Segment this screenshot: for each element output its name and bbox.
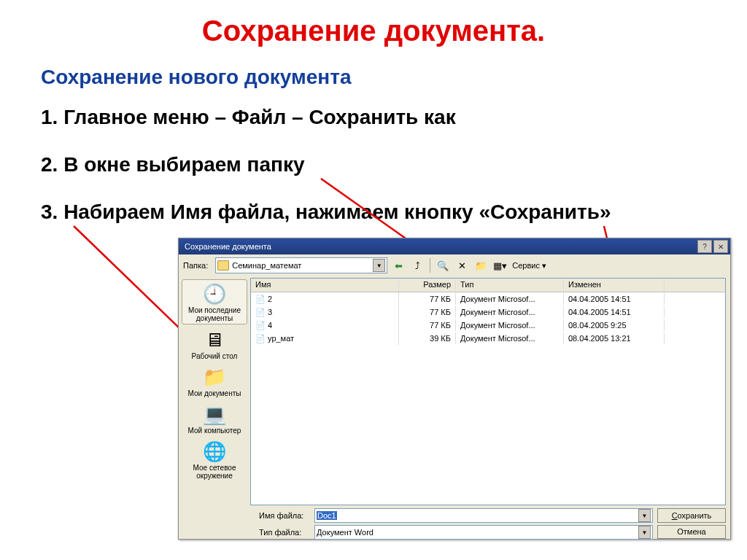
step-3: 3. Набираем Имя файла, нажимаем кнопку «… [41,201,611,224]
word-doc-icon: 📄 [255,333,266,343]
col-name[interactable]: Имя [251,279,399,292]
file-row[interactable]: 📄2 77 КБ Документ Microsof... 04.04.2005… [251,292,725,306]
save-dialog: Сохранение документа ? ✕ Папка: Семинар_… [178,238,731,540]
file-row[interactable]: 📄4 77 КБ Документ Microsof... 08.04.2005… [251,319,725,332]
back-icon[interactable]: ⬅ [390,257,406,273]
folder-value: Семинар_математ [232,261,301,270]
chevron-down-icon[interactable]: ▼ [638,509,651,522]
cancel-button[interactable]: Отмена [657,525,726,540]
slide-subtitle: Сохранение нового документа [41,66,352,89]
filetype-label: Тип файла: [259,528,310,537]
file-row[interactable]: 📄ур_мат 39 КБ Документ Microsof... 08.04… [251,332,725,345]
place-desktop[interactable]: 🖥Рабочий стол [182,326,247,362]
filename-input[interactable]: Doc1 ▼ [314,508,653,523]
folder-label: Папка: [183,261,208,270]
place-mydocs[interactable]: 📁Мои документы [182,363,247,399]
place-network[interactable]: 🌐Мое сетевое окружение [182,438,247,481]
folder-dropdown[interactable]: Семинар_математ ▼ [215,257,387,273]
step-1: 1. Главное меню – Файл – Сохранить как [41,106,456,129]
filename-value: Doc1 [317,511,337,520]
dialog-toolbar: Папка: Семинар_математ ▼ ⬅ ⤴ 🔍 ✕ 📁 ▦▾ Се… [179,254,730,276]
col-size[interactable]: Размер [399,279,456,292]
close-button[interactable]: ✕ [713,240,728,253]
views-icon[interactable]: ▦▾ [492,257,508,273]
chevron-down-icon: ▼ [373,259,385,272]
save-button[interactable]: Сохранить [657,508,726,523]
folder-icon [217,260,229,271]
search-icon[interactable]: 🔍 [435,257,451,273]
file-row[interactable]: 📄3 77 КБ Документ Microsof... 04.04.2005… [251,306,725,319]
dialog-titlebar[interactable]: Сохранение документа ? ✕ [179,238,730,254]
mydocs-icon: 📁 [202,365,227,389]
slide-title: Сохранение документа. [0,15,747,47]
filetype-dropdown[interactable]: Документ Word ▼ [314,525,653,540]
place-mycomputer[interactable]: 💻Мой компьютер [182,400,247,436]
places-bar: 🕘Мои последние документы 🖥Рабочий стол 📁… [179,276,250,507]
col-date[interactable]: Изменен [564,279,665,292]
place-recent[interactable]: 🕘Мои последние документы [182,279,247,324]
step-2: 2. В окне выбираем папку [41,153,305,176]
delete-icon[interactable]: ✕ [454,257,470,273]
computer-icon: 💻 [202,402,227,427]
word-doc-icon: 📄 [255,307,266,317]
file-list[interactable]: Имя Размер Тип Изменен 📄2 77 КБ Документ… [250,278,726,505]
new-folder-icon[interactable]: 📁 [473,257,489,273]
word-doc-icon: 📄 [255,294,266,304]
col-type[interactable]: Тип [456,279,564,292]
help-button[interactable]: ? [697,240,712,253]
file-list-header[interactable]: Имя Размер Тип Изменен [251,279,725,292]
word-doc-icon: 📄 [255,320,266,330]
tools-menu[interactable]: Сервис ▾ [512,261,546,271]
desktop-icon: 🖥 [202,327,227,352]
recent-icon: 🕘 [202,281,227,306]
network-icon: 🌐 [202,439,227,464]
filename-label: Имя файла: [259,511,310,520]
chevron-down-icon[interactable]: ▼ [638,526,651,539]
dialog-title: Сохранение документа [185,242,271,251]
filetype-value: Документ Word [317,528,374,537]
up-icon[interactable]: ⤴ [409,257,425,273]
